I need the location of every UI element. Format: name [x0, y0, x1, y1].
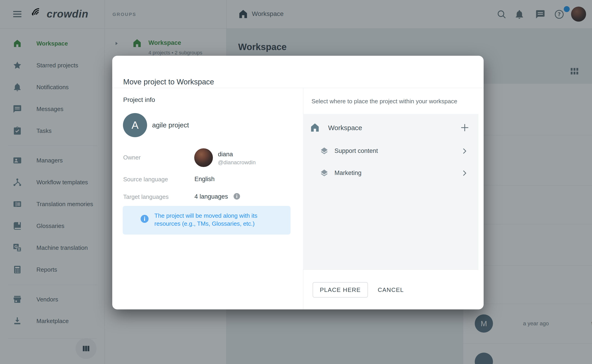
tree-group-marketing[interactable]: Marketing: [303, 163, 478, 183]
source-language-value: English: [194, 176, 215, 183]
tree-root-workspace[interactable]: Workspace: [303, 118, 478, 137]
layers-icon: [320, 146, 329, 155]
info-icon[interactable]: [233, 192, 241, 200]
project-avatar: A: [123, 113, 147, 137]
move-note-box: The project will be moved along with its…: [123, 206, 291, 234]
tree-group-label: Marketing: [334, 169, 362, 176]
chevron-right-icon[interactable]: [461, 169, 468, 177]
tree-group-support-content[interactable]: Support content: [303, 141, 478, 161]
project-name: agile project: [152, 121, 189, 129]
target-languages-label: Target languages: [123, 193, 168, 201]
modal-title: Move project to Workspace: [123, 78, 214, 86]
tree-group-label: Support content: [334, 147, 378, 155]
home-icon: [309, 122, 320, 133]
add-group-icon[interactable]: [460, 123, 470, 133]
chevron-right-icon[interactable]: [461, 147, 468, 155]
info-icon: [140, 214, 149, 224]
workspace-tree-pane: Workspace Support content Marketing: [303, 114, 478, 270]
move-project-modal: Move project to Workspace Project info A…: [112, 56, 484, 309]
app-root: Workspace Starred projects Notifications…: [0, 0, 592, 364]
owner-label: Owner: [123, 154, 141, 161]
layers-icon: [320, 168, 329, 177]
target-languages-value: 4 languages: [194, 193, 228, 200]
modal-header-divider: [112, 88, 484, 88]
place-here-button[interactable]: PLACE HERE: [313, 282, 368, 298]
owner-avatar: [194, 148, 213, 167]
project-info-heading: Project info: [123, 96, 155, 104]
tree-root-label: Workspace: [328, 124, 362, 132]
owner-name: diana: [218, 151, 233, 158]
owner-handle: @dianacrowdin: [218, 159, 256, 166]
move-note-text: The project will be moved along with its…: [154, 212, 282, 228]
cancel-button[interactable]: CANCEL: [378, 282, 404, 298]
placement-instruction: Select where to place the project within…: [312, 98, 457, 105]
source-language-label: Source language: [123, 176, 168, 183]
